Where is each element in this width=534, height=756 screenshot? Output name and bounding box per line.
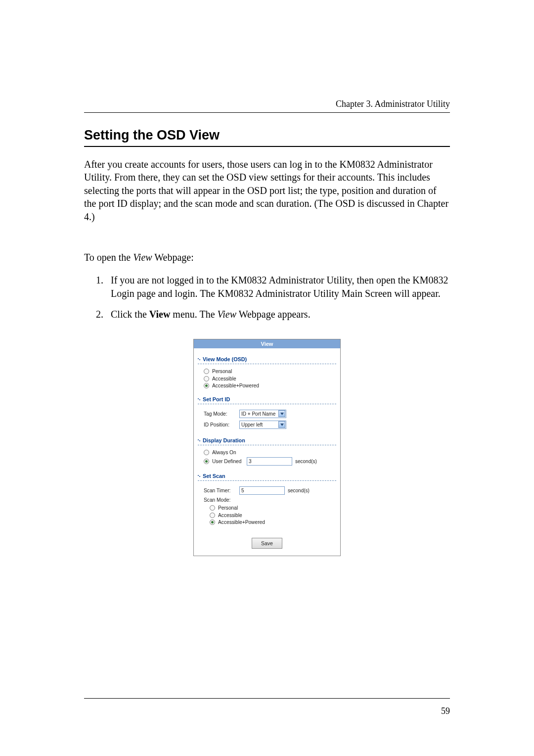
id-position-value: Upper left	[241, 422, 263, 427]
tag-mode-row: Tag Mode: ID + Port Name	[204, 410, 335, 418]
view-mode-option-2[interactable]: Accessible+Powered	[204, 383, 335, 388]
group-body-set-scan: Scan Timer: 5 second(s) Scan Mode: Perso…	[198, 481, 336, 528]
scan-mode-option-1-label: Accessible	[218, 513, 242, 518]
radio-icon	[210, 520, 215, 525]
display-duration-option-0[interactable]: Always On	[204, 450, 335, 455]
group-body-display-duration: Always On User Defined 3 second(s)	[198, 445, 336, 469]
section-rule	[84, 146, 450, 147]
tag-mode-value: ID + Port Name	[241, 411, 275, 417]
step-2-pre: Click the	[111, 309, 149, 320]
chapter-rule	[84, 112, 450, 113]
chevron-down-icon	[278, 421, 285, 428]
group-title-set-scan: Set Scan	[198, 473, 336, 481]
section-title: Setting the OSD View	[84, 128, 450, 143]
chevron-down-icon	[278, 410, 285, 417]
open-view-line: To open the View Webpage:	[84, 251, 450, 264]
display-duration-option-1-label: User Defined	[212, 459, 244, 464]
bullet-icon	[198, 439, 201, 442]
screenshot-wrapper: View View Mode (OSD) Personal Accessible	[84, 339, 450, 556]
scan-timer-input[interactable]: 5	[239, 486, 285, 495]
step-2: Click the View menu. The View Webpage ap…	[106, 308, 450, 321]
scan-mode-option-1[interactable]: Accessible	[210, 513, 335, 518]
view-panel-title: View	[194, 339, 340, 348]
document-page: Chapter 3. Administrator Utility Setting…	[0, 0, 534, 756]
bullet-icon	[198, 358, 201, 361]
bullet-icon	[198, 398, 201, 401]
view-mode-option-2-label: Accessible+Powered	[212, 383, 259, 388]
id-position-row: ID Position: Upper left	[204, 421, 335, 429]
id-position-label: ID Position:	[204, 422, 236, 427]
page-number: 59	[441, 706, 450, 716]
radio-icon	[204, 376, 209, 381]
step-1: If you are not logged in to the KM0832 A…	[106, 274, 450, 300]
scan-mode-option-2[interactable]: Accessible+Powered	[210, 520, 335, 525]
step-2-mid: menu. The	[170, 309, 217, 320]
scan-mode-option-2-label: Accessible+Powered	[218, 520, 265, 525]
radio-icon	[210, 513, 215, 518]
radio-icon	[204, 383, 209, 388]
svg-marker-1	[280, 424, 284, 426]
group-title-view-mode-text: View Mode (OSD)	[203, 356, 247, 362]
step-2-italic: View	[218, 309, 237, 320]
bullet-icon	[198, 474, 201, 477]
group-title-display-duration: Display Duration	[198, 437, 336, 445]
view-mode-option-1[interactable]: Accessible	[204, 376, 335, 381]
group-body-set-port-id: Tag Mode: ID + Port Name ID Position: Up…	[198, 404, 336, 432]
radio-icon	[210, 505, 215, 511]
scan-mode-option-0-label: Personal	[218, 505, 238, 511]
chapter-header: Chapter 3. Administrator Utility	[84, 99, 450, 109]
tag-mode-label: Tag Mode:	[204, 411, 236, 417]
group-title-set-port-id: Set Port ID	[198, 396, 336, 404]
group-title-display-duration-text: Display Duration	[203, 437, 245, 443]
scan-timer-row: Scan Timer: 5 second(s)	[204, 486, 335, 495]
group-body-view-mode: Personal Accessible Accessible+Powered	[198, 364, 336, 391]
group-title-set-port-id-text: Set Port ID	[203, 396, 230, 402]
radio-icon	[204, 459, 209, 464]
open-view-pre: To open the	[84, 252, 133, 263]
footer-rule	[84, 698, 450, 699]
group-title-view-mode: View Mode (OSD)	[198, 356, 336, 364]
group-title-set-scan-text: Set Scan	[203, 473, 225, 479]
open-view-post: Webpage:	[152, 252, 194, 263]
scan-mode-row: Scan Mode:	[204, 497, 335, 503]
user-defined-unit: second(s)	[295, 459, 317, 464]
display-duration-option-0-label: Always On	[212, 450, 236, 455]
display-duration-option-1[interactable]: User Defined 3 second(s)	[204, 457, 335, 466]
radio-icon	[204, 369, 209, 374]
intro-paragraph: After you create accounts for users, tho…	[84, 158, 450, 223]
steps-list: If you are not logged in to the KM0832 A…	[84, 274, 450, 321]
scan-mode-option-0[interactable]: Personal	[210, 505, 335, 511]
view-panel-body: View Mode (OSD) Personal Accessible Acce…	[194, 348, 340, 556]
view-mode-option-0-label: Personal	[212, 369, 232, 374]
step-1-text: If you are not logged in to the KM0832 A…	[111, 275, 448, 298]
scan-timer-unit: second(s)	[288, 488, 310, 493]
svg-marker-0	[280, 413, 284, 415]
user-defined-input[interactable]: 3	[247, 457, 292, 466]
view-mode-option-0[interactable]: Personal	[204, 369, 335, 374]
tag-mode-select[interactable]: ID + Port Name	[239, 410, 286, 418]
scan-timer-label: Scan Timer:	[204, 488, 236, 493]
scan-mode-label: Scan Mode:	[204, 497, 236, 503]
view-panel: View View Mode (OSD) Personal Accessible	[193, 339, 341, 556]
radio-icon	[204, 450, 209, 455]
save-row: Save	[198, 538, 336, 549]
scan-mode-options: Personal Accessible Accessible+Powered	[204, 505, 335, 525]
step-2-bold: View	[149, 309, 171, 320]
open-view-inner: View	[133, 252, 152, 263]
save-button[interactable]: Save	[252, 538, 282, 549]
id-position-select[interactable]: Upper left	[239, 421, 286, 429]
step-2-post: Webpage appears.	[236, 309, 311, 320]
view-mode-option-1-label: Accessible	[212, 376, 236, 381]
